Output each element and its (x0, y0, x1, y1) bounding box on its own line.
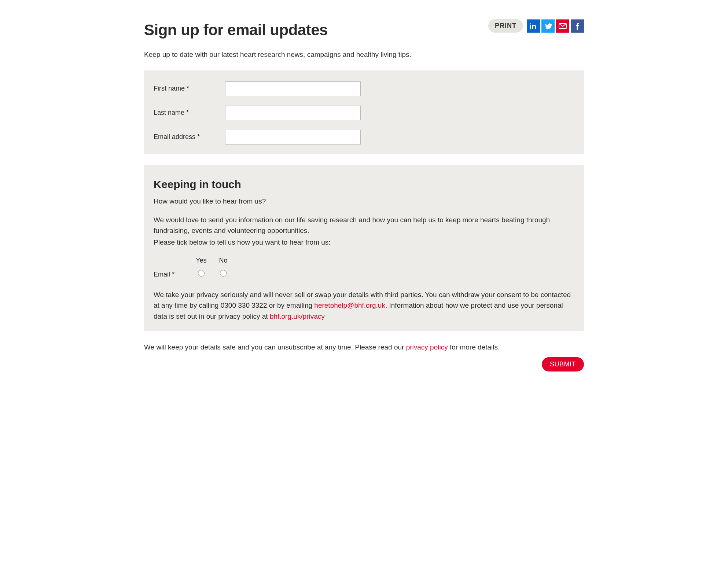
column-no: No (212, 256, 234, 266)
email-no-radio[interactable] (220, 270, 227, 277)
share-toolbar: PRINT in f (488, 19, 584, 33)
last-name-field[interactable] (225, 106, 361, 120)
privacy-policy-url-link[interactable]: bhf.org.uk/privacy (270, 312, 325, 320)
help-email-link[interactable]: heretohelp@bhf.org.uk (314, 301, 385, 309)
print-button[interactable]: PRINT (488, 19, 523, 33)
column-yes: Yes (190, 256, 212, 266)
footer-paragraph: We will keep your details safe and you c… (144, 342, 584, 353)
email-icon[interactable] (556, 19, 569, 33)
twitter-icon[interactable] (541, 19, 555, 33)
linkedin-icon[interactable]: in (527, 19, 540, 33)
keeping-subheading: How would you like to hear from us? (154, 196, 574, 207)
last-name-label: Last name * (154, 108, 225, 118)
first-name-field[interactable] (225, 81, 361, 96)
submit-button[interactable]: SUBMIT (542, 357, 584, 371)
first-name-label: First name * (154, 84, 225, 94)
email-address-field[interactable] (225, 130, 361, 144)
email-address-label: Email address * (154, 132, 225, 142)
keeping-heading: Keeping in touch (154, 176, 574, 193)
contact-preference-table: Yes No Email * (154, 256, 574, 280)
svg-text:f: f (576, 21, 579, 32)
svg-text:in: in (529, 22, 537, 31)
privacy-paragraph: We take your privacy seriously and will … (154, 289, 574, 322)
keeping-para-1: We would love to send you information on… (154, 215, 574, 236)
keeping-in-touch-panel: Keeping in touch How would you like to h… (144, 165, 584, 332)
keeping-para-2: Please tick below to tell us how you wan… (154, 237, 574, 248)
email-yes-radio[interactable] (198, 270, 205, 277)
row-email-label: Email * (154, 270, 190, 279)
footer-text-post: for more details. (448, 343, 500, 351)
intro-text: Keep up to date with our latest heart re… (144, 50, 584, 60)
privacy-policy-link[interactable]: privacy policy (406, 343, 448, 351)
details-panel: First name * Last name * Email address * (144, 70, 584, 154)
facebook-icon[interactable]: f (571, 19, 584, 33)
footer-text-pre: We will keep your details safe and you c… (144, 343, 406, 351)
